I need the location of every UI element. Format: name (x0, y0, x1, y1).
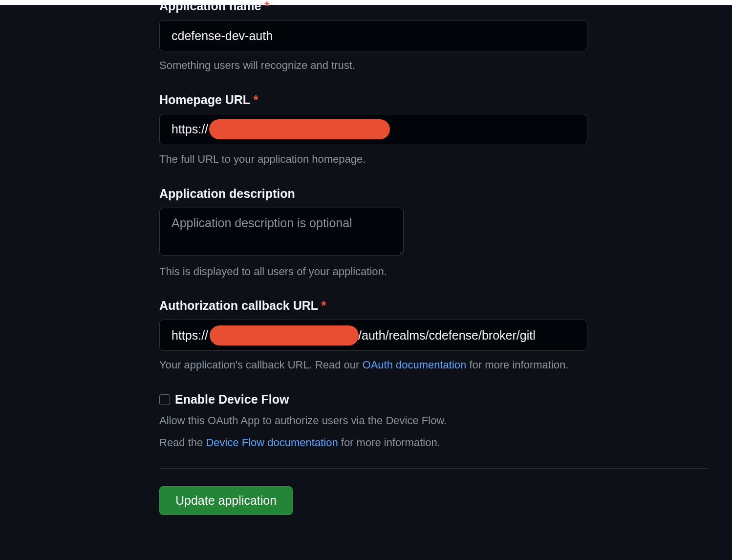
homepage-url-group: Homepage URL * https:// The full URL to … (159, 93, 708, 167)
callback-url-prefix: https:// (172, 328, 208, 343)
device-flow-label[interactable]: Enable Device Flow (175, 392, 289, 407)
homepage-url-help: The full URL to your application homepag… (159, 152, 708, 167)
application-name-group: Application name * cdefense-dev-auth Som… (159, 0, 708, 73)
description-group: Application description This is displaye… (159, 187, 708, 280)
homepage-url-input[interactable]: https:// (159, 114, 587, 145)
application-name-label: Application name * (159, 0, 708, 13)
callback-url-label-text: Authorization callback URL (159, 299, 318, 312)
required-indicator: * (264, 0, 269, 13)
device-flow-help-2: Read the Device Flow documentation for m… (159, 435, 708, 451)
callback-help-prefix: Your application's callback URL. Read ou… (159, 359, 363, 371)
oauth-documentation-link[interactable]: OAuth documentation (363, 359, 467, 371)
application-name-label-text: Application name (159, 0, 261, 13)
redacted-content (210, 325, 359, 345)
application-name-help: Something users will recognize and trust… (159, 58, 708, 73)
update-application-button[interactable]: Update application (159, 486, 293, 515)
callback-url-suffix: /auth/realms/cdefense/broker/gitl (358, 328, 536, 343)
description-textarea[interactable] (159, 208, 404, 256)
required-indicator: * (322, 299, 326, 312)
device-flow-help2-prefix: Read the (159, 436, 206, 449)
callback-url-group: Authorization callback URL * https:///au… (159, 299, 708, 373)
device-flow-group: Enable Device Flow Allow this OAuth App … (159, 392, 708, 451)
application-name-input[interactable]: cdefense-dev-auth (159, 20, 587, 51)
description-help: This is displayed to all users of your a… (159, 264, 708, 280)
redacted-content (209, 119, 390, 139)
form-container: Application name * cdefense-dev-auth Som… (0, 0, 732, 515)
homepage-url-label-text: Homepage URL (159, 93, 250, 107)
device-flow-documentation-link[interactable]: Device Flow documentation (206, 436, 338, 449)
required-indicator: * (254, 93, 258, 107)
device-flow-checkbox-row: Enable Device Flow (159, 392, 708, 407)
homepage-url-prefix: https:// (172, 122, 208, 136)
description-label: Application description (159, 187, 708, 201)
callback-url-input[interactable]: https:///auth/realms/cdefense/broker/git… (159, 320, 587, 351)
homepage-url-label: Homepage URL * (159, 93, 708, 107)
callback-help-suffix: for more information. (466, 359, 568, 371)
callback-url-label: Authorization callback URL * (159, 299, 708, 313)
divider (159, 468, 708, 469)
callback-url-help: Your application's callback URL. Read ou… (159, 358, 708, 373)
device-flow-help-1: Allow this OAuth App to authorize users … (159, 413, 708, 429)
device-flow-checkbox[interactable] (159, 394, 170, 405)
device-flow-help2-suffix: for more information. (338, 436, 440, 449)
application-name-value: cdefense-dev-auth (172, 29, 273, 43)
